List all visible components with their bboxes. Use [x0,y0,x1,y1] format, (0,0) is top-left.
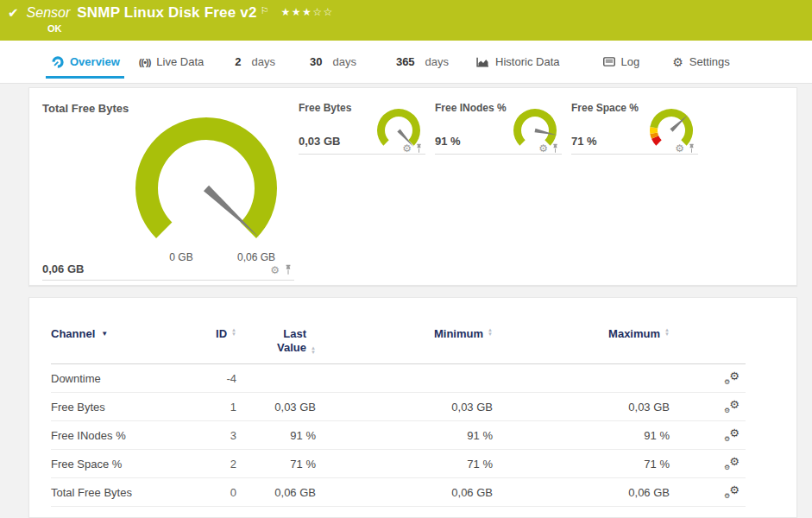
table-row: Total Free Bytes 0 0,06 GB 0,06 GB 0,06 … [51,478,746,507]
status-badge: OK [47,23,62,34]
channel-settings-gears-icon[interactable]: ⚙⚙ [723,400,740,414]
tab-log[interactable]: Log [603,41,640,83]
log-icon [603,57,615,66]
last-value: 0,03 GB [236,401,316,414]
gauge-title: Free Bytes [299,102,351,114]
channel-id: 3 [189,429,236,442]
pin-icon[interactable] [415,143,423,154]
gauge-title: Free INodes % [435,102,507,114]
sort-arrows-icon: ▲▼ [664,328,670,337]
gauge-icon [52,56,64,68]
maximum-value: 0,06 GB [493,486,670,499]
minimum-value: 0,03 GB [316,401,493,414]
column-header-minimum[interactable]: Minimum ▲▼ [316,327,493,340]
divider [571,154,698,155]
table-row: Downtime -4 ⚙⚙ [51,364,746,393]
last-value: 0,06 GB [236,486,316,499]
divider [435,154,562,155]
tab-unit: days [332,55,356,68]
channel-name[interactable]: Free INodes % [51,429,189,442]
channel-gear-icon[interactable]: ⚙ [270,265,280,275]
status-check-icon: ✔ [8,5,19,21]
broadcast-icon: ((•)) [139,57,151,67]
gauge-value: 91 % [435,135,461,148]
column-label: Maximum [608,327,660,340]
page-title: SNMP Linux Disk Free v2 [77,4,256,22]
column-header-channel[interactable]: Channel ▼ [51,327,189,340]
tab-number: 365 [396,55,415,68]
channel-id: 0 [189,486,236,499]
column-header-id[interactable]: ID ▲▼ [189,327,236,340]
channel-gear-icon[interactable]: ⚙ [402,143,412,154]
channel-name[interactable]: Total Free Bytes [51,486,189,499]
tab-label: Overview [70,55,120,68]
channel-settings-gears-icon[interactable]: ⚙⚙ [723,428,740,443]
channel-table-panel: Channel ▼ ID ▲▼ Last Value ▲▼ Minimum ▲▼… [28,297,797,518]
tab-historic-data[interactable]: Historic Data [476,41,559,83]
maximum-value: 71 % [493,458,670,471]
channel-id: 2 [189,458,236,471]
priority-stars[interactable]: ★★★☆☆ [281,6,334,18]
tab-unit: days [252,55,275,68]
tab-number: 30 [310,55,322,68]
sensor-kind-label: Sensor [27,5,71,21]
pin-icon[interactable] [284,264,293,275]
tab-label: Live Data [156,55,204,68]
gauge-block-free-space: Free Space % 71 % ⚙ [571,88,698,285]
gauge-block-free-bytes: Free Bytes 0,03 GB ⚙ [299,88,425,285]
tab-label: Log [621,55,640,68]
minimum-value: 91 % [316,429,493,442]
channel-table-body: Downtime -4 ⚙⚙ Free Bytes 1 0,03 GB 0,03… [51,364,796,507]
tab-365-days[interactable]: 365 days [396,41,449,83]
total-free-bytes-gauge [132,111,280,242]
tab-settings[interactable]: ⚙ Settings [672,41,730,83]
channel-settings-gears-icon[interactable]: ⚙⚙ [723,485,740,500]
content-area: Total Free Bytes 0 GB 0,06 GB 0,06 GB ⚙ … [28,87,797,518]
pin-icon[interactable] [551,143,559,154]
column-header-maximum[interactable]: Maximum ▲▼ [493,327,670,340]
gauge-value: 0,06 GB [42,262,84,275]
divider [299,154,425,155]
channel-name[interactable]: Downtime [51,372,189,385]
tab-overview[interactable]: Overview [52,41,120,83]
flag-icon[interactable]: ⚐ [261,5,269,16]
channel-name[interactable]: Free Space % [51,458,189,471]
column-label: ID [216,327,227,340]
tab-2-days[interactable]: 2 days [235,41,275,83]
column-header-last-value[interactable]: Last Value ▲▼ [236,327,316,355]
column-label: Last Value [268,327,306,355]
channel-settings-gears-icon[interactable]: ⚙⚙ [723,457,740,471]
column-label: Channel [51,327,95,340]
table-header-row: Channel ▼ ID ▲▼ Last Value ▲▼ Minimum ▲▼… [51,298,746,364]
minimum-value: 71 % [316,458,493,471]
maximum-value: 91 % [493,429,670,442]
gauge-title: Total Free Bytes [42,102,129,115]
tab-number: 2 [235,55,241,68]
gauge-value: 71 % [571,135,597,148]
gauge-block-free-inodes: Free INodes % 91 % ⚙ [435,88,562,285]
gauges-panel: Total Free Bytes 0 GB 0,06 GB 0,06 GB ⚙ … [28,87,797,286]
pin-icon[interactable] [688,143,696,154]
channel-name[interactable]: Free Bytes [51,401,189,414]
divider [42,280,294,281]
last-value: 71 % [236,458,316,471]
channel-id: -4 [189,372,236,385]
channel-gear-icon[interactable]: ⚙ [675,143,684,154]
area-chart-icon [476,57,489,67]
channel-gear-icon[interactable]: ⚙ [538,143,548,154]
sort-caret-icon: ▼ [101,330,108,338]
tab-bar: Overview ((•)) Live Data 2 days 30 days … [0,41,812,84]
table-row: Free Bytes 1 0,03 GB 0,03 GB 0,03 GB ⚙⚙ [51,393,746,421]
tab-live-data[interactable]: ((•)) Live Data [139,41,204,83]
channel-settings-gears-icon[interactable]: ⚙⚙ [723,371,740,386]
gear-icon: ⚙ [672,55,683,69]
column-label: Minimum [434,327,483,340]
sensor-header: ✔ Sensor SNMP Linux Disk Free v2 ⚐ ★★★☆☆… [0,0,812,41]
gauge-value: 0,03 GB [299,135,340,148]
gauge-block-total-free-bytes: Total Free Bytes 0 GB 0,06 GB 0,06 GB ⚙ [42,88,294,285]
minimum-value: 0,06 GB [316,486,493,499]
tab-label: Historic Data [495,55,559,68]
gauge-scale-min: 0 GB [158,251,205,263]
channel-id: 1 [189,401,236,414]
tab-30-days[interactable]: 30 days [310,41,356,83]
